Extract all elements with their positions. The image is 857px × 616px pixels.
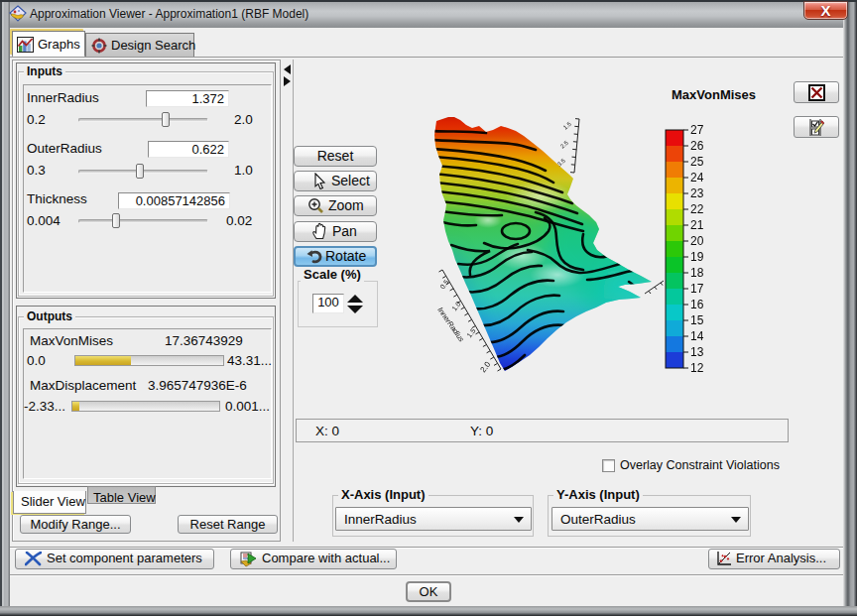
svg-text:17: 17 — [690, 282, 704, 296]
svg-text:1.5: 1.5 — [562, 120, 573, 130]
svg-text:21: 21 — [690, 218, 704, 232]
svg-text:1.5: 1.5 — [465, 327, 477, 339]
svg-text:22: 22 — [690, 202, 704, 216]
svg-text:25: 25 — [690, 155, 704, 169]
svg-text:15: 15 — [690, 313, 704, 327]
svg-text:1.0: 1.0 — [450, 301, 462, 312]
svg-text:13: 13 — [690, 345, 704, 359]
svg-text:InnerRadius: InnerRadius — [435, 306, 466, 343]
svg-text:20: 20 — [690, 234, 704, 248]
svg-text:26: 26 — [690, 139, 704, 153]
svg-text:23: 23 — [690, 186, 704, 200]
svg-text:12: 12 — [690, 361, 704, 375]
svg-text:2.0: 2.0 — [478, 359, 492, 374]
svg-text:16: 16 — [690, 298, 704, 311]
svg-text:14: 14 — [690, 329, 704, 343]
svg-text:2.5: 2.5 — [559, 139, 570, 149]
svg-text:24: 24 — [690, 171, 704, 185]
svg-text:3.5: 3.5 — [556, 157, 567, 167]
svg-text:27: 27 — [690, 123, 704, 137]
svg-text:18: 18 — [690, 266, 704, 280]
svg-text:19: 19 — [690, 250, 704, 264]
